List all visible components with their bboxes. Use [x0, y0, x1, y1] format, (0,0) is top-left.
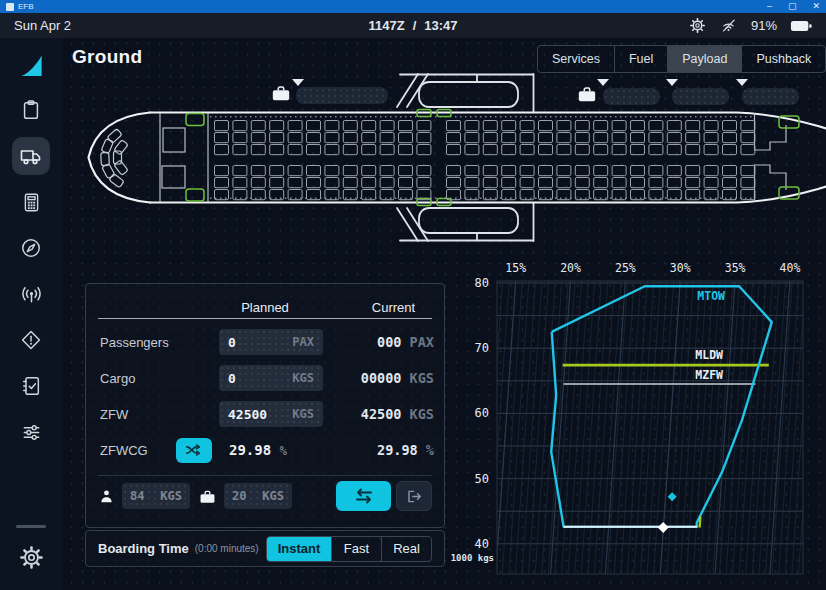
seat-rect: [483, 145, 497, 155]
seat-rect: [649, 133, 663, 143]
close-button[interactable]: ✕: [812, 2, 820, 11]
seat-rect: [704, 166, 718, 176]
seat-rect: [594, 178, 608, 188]
aft-cargo-2-pointer-icon: [666, 79, 678, 86]
seat-rect: [465, 121, 479, 131]
seat-rect: [704, 178, 718, 188]
seat-rect: [325, 121, 339, 131]
seat-rect: [483, 178, 497, 188]
seat-rect: [594, 133, 608, 143]
seat-rect: [649, 178, 663, 188]
x-axis-tick: 35%: [725, 261, 746, 275]
boarding-option-real[interactable]: Real: [381, 537, 431, 561]
seat-rect: [686, 190, 700, 200]
y-axis-tick: 80: [475, 276, 489, 290]
seat-rect: [520, 178, 534, 188]
current-zfw-marker: [658, 522, 669, 533]
y-axis-tick: 40: [475, 537, 489, 551]
seat-rect: [325, 133, 339, 143]
seat-rect: [288, 121, 302, 131]
seat-rect: [483, 166, 497, 176]
x-axis-tick: 30%: [670, 261, 691, 275]
seat-rect: [233, 145, 247, 155]
seat-rect: [380, 145, 394, 155]
boarding-option-instant[interactable]: Instant: [267, 537, 331, 561]
seat-rect: [741, 166, 755, 176]
seat-rect: [539, 145, 553, 155]
sidebar-item-performance[interactable]: [12, 229, 50, 267]
boarding-option-fast[interactable]: Fast: [331, 537, 381, 561]
passengers-label: Passengers: [86, 335, 205, 350]
seat-rect: [417, 133, 431, 143]
seat-rect: [723, 133, 737, 143]
seat-rect: [447, 133, 461, 143]
zfw-planned-input[interactable]: 42500 KGS: [219, 401, 323, 427]
y-axis-tick: 70: [475, 341, 489, 355]
x-axis-tick: 15%: [505, 261, 526, 275]
passengers-planned-value: 0: [228, 335, 236, 350]
seat-rect: [686, 121, 700, 131]
seat-rect: [612, 178, 626, 188]
mzfw-label: MZFW: [695, 368, 723, 382]
passengers-planned-input[interactable]: 0 PAX: [219, 329, 323, 355]
cg-envelope-chart: 15%20%25%30%35%40%4050607080x 1000 kgsMT…: [450, 250, 826, 590]
seat-rect: [704, 145, 718, 155]
seat-rect: [502, 166, 516, 176]
sidebar-item-settings[interactable]: [12, 538, 50, 576]
seat-rect: [251, 178, 265, 188]
zfw-current: 42500 KGS: [323, 406, 444, 422]
sidebar: [0, 38, 62, 590]
maximize-button[interactable]: ▢: [788, 2, 797, 11]
seat-rect: [233, 133, 247, 143]
seat-rect: [465, 166, 479, 176]
seat-rect: [362, 145, 376, 155]
fwd-cargo-field[interactable]: [296, 87, 388, 104]
pax-weight-input[interactable]: 84 KGS: [122, 483, 190, 509]
sliders-icon: [20, 421, 43, 444]
seat-rect: [270, 166, 284, 176]
aft-limit-tick: [700, 516, 701, 527]
seat-rect: [723, 121, 737, 131]
sidebar-item-calculator[interactable]: [12, 183, 50, 221]
seat-rect: [520, 133, 534, 143]
aft-cargo-1-field[interactable]: [603, 88, 660, 105]
export-loadsheet-button[interactable]: [396, 481, 432, 511]
seat-rect: [215, 121, 229, 131]
aft-cargo-3-field[interactable]: [742, 88, 799, 105]
seat-rect: [502, 178, 516, 188]
seat-rect: [288, 178, 302, 188]
seat-rect: [539, 121, 553, 131]
seat-rect: [520, 190, 534, 200]
x-axis-tick: 20%: [560, 261, 581, 275]
settings-icon[interactable]: [689, 17, 706, 34]
sidebar-item-ground-services[interactable]: [12, 137, 50, 175]
sidebar-divider: [16, 525, 46, 528]
sidebar-item-failures[interactable]: [12, 321, 50, 359]
seat-rect: [575, 121, 589, 131]
sidebar-item-checklist[interactable]: [12, 367, 50, 405]
seat-rect: [288, 133, 302, 143]
passengers-planned-unit: PAX: [292, 335, 314, 349]
seat-rect: [502, 190, 516, 200]
bag-weight-input[interactable]: 20 KGS: [224, 483, 292, 509]
aft-cargo-2-field[interactable]: [672, 88, 729, 105]
ground-page: Ground Services Fuel Payload Pushback: [62, 38, 826, 590]
zfwcg-planned: 29.98 %: [229, 442, 287, 458]
randomize-cg-button[interactable]: [176, 438, 212, 463]
seat-rect: [631, 178, 645, 188]
sidebar-item-options[interactable]: [12, 413, 50, 451]
cargo-planned-input[interactable]: 0 KGS: [219, 365, 323, 391]
status-date: Sun Apr 2: [14, 18, 234, 33]
seat-rect: [380, 166, 394, 176]
minimize-button[interactable]: –: [767, 2, 772, 11]
sidebar-item-flight-clipboard[interactable]: [12, 91, 50, 129]
wifi-off-icon: [719, 17, 738, 34]
sidebar-item-radio[interactable]: [12, 275, 50, 313]
efb-window: EFB – ▢ ✕ Sun Apr 2 1147Z / 13:47: [0, 0, 826, 590]
unit-weights-row: 84 KGS 20 KGS: [98, 481, 432, 511]
seat-rect: [575, 166, 589, 176]
load-aircraft-button[interactable]: [336, 481, 391, 511]
current-column-header: Current: [325, 300, 444, 315]
seat-rect: [704, 121, 718, 131]
zfw-row: ZFW 42500 KGS 42500 KGS: [86, 401, 444, 427]
